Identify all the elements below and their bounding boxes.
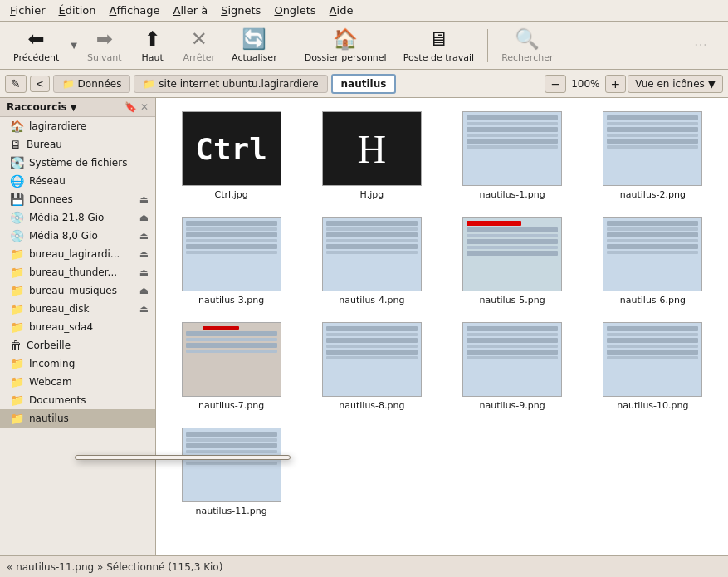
toolbar-separator-1 [291, 29, 291, 62]
btn-rechercher[interactable]: 🔍 Rechercher [495, 24, 559, 66]
sidebar-item-icon-2: 💽 [10, 156, 24, 169]
menu-onglets[interactable]: Onglets [267, 2, 322, 18]
file-item-4[interactable]: nautilus-3.png [164, 212, 298, 311]
sidebar-item-icon-15: 📁 [10, 394, 24, 407]
sidebar-close-icon[interactable]: ✕ [140, 101, 149, 113]
eject-icon-8[interactable]: ⏏ [139, 266, 149, 278]
btn-suivant[interactable]: ➡ Suivant [81, 24, 129, 66]
btn-haut[interactable]: ⬆ Haut [132, 24, 173, 66]
sidebar-item-label-3: Réseau [29, 175, 66, 187]
back-icon: ⬅ [28, 27, 45, 51]
sidebar-item-9[interactable]: 📁 bureau_musiques ⏏ [0, 281, 155, 300]
sidebar-item-3[interactable]: 🌐 Réseau [0, 172, 155, 190]
eject-icon-5[interactable]: ⏏ [139, 212, 149, 223]
file-thumb-10 [462, 322, 562, 397]
eject-icon-7[interactable]: ⏏ [139, 248, 149, 260]
menu-aide[interactable]: Aide [323, 2, 360, 18]
sidebar-item-6[interactable]: 💿 Média 8,0 Gio ⏏ [0, 227, 155, 245]
btn-dossier[interactable]: 🏠 Dossier personnel [298, 24, 393, 66]
sidebar-item-14[interactable]: 📁 Webcam [0, 373, 155, 391]
file-item-8[interactable]: nautilus-7.png [164, 317, 298, 416]
extra-icon: ⋯ [694, 37, 707, 52]
zoom-in-btn[interactable]: + [605, 75, 627, 93]
sidebar-bookmark-icon[interactable]: 🔖 [125, 101, 137, 113]
menu-aller[interactable]: Aller à [167, 2, 215, 18]
sidebar-item-label-8: bureau_thunder... [29, 266, 117, 278]
sidebar-item-11[interactable]: 📁 bureau_sda4 [0, 318, 155, 336]
file-thumb-7 [603, 217, 702, 291]
file-item-5[interactable]: nautilus-4.png [305, 212, 438, 311]
sidebar-item-15[interactable]: 📁 Documents [0, 391, 155, 409]
file-thumb-2 [462, 111, 562, 186]
computer-icon: 🖥 [428, 27, 448, 51]
file-item-9[interactable]: nautilus-8.png [305, 317, 438, 416]
sidebar-item-1[interactable]: 🖥 Bureau [0, 135, 155, 154]
edit-path-btn[interactable]: ✎ [5, 75, 27, 93]
sidebar-item-7[interactable]: 📁 bureau_lagirardi... ⏏ [0, 245, 155, 263]
btn-suivant-label: Suivant [87, 52, 122, 63]
sidebar-item-icon-7: 📁 [10, 247, 24, 261]
sidebar-item-icon-3: 🌐 [10, 174, 24, 188]
sidebar-item-icon-14: 📁 [10, 375, 24, 389]
search-icon: 🔍 [515, 27, 540, 51]
file-item-7[interactable]: nautilus-6.png [586, 212, 720, 311]
file-area[interactable]: Ctrl Ctrl.jpg H H.jpg nautilus-1.png nau… [156, 98, 728, 555]
btn-actualiser[interactable]: 🔄 Actualiser [225, 24, 284, 66]
file-item-1[interactable]: H H.jpg [305, 106, 438, 205]
sidebar-item-4[interactable]: 💾 Donnees ⏏ [0, 190, 155, 208]
crumb-nautilus[interactable]: nautilus [331, 74, 397, 94]
crumb-donnees[interactable]: 📁 Données [53, 75, 131, 93]
sidebar-item-label-4: Donnees [29, 193, 73, 205]
sidebar-item-8[interactable]: 📁 bureau_thunder... ⏏ [0, 263, 155, 281]
crumb-donnees-label: 📁 Données [62, 78, 122, 90]
crumb-site[interactable]: 📁 site internet ubuntu.lagirardiere [134, 75, 327, 93]
file-item-6[interactable]: nautilus-5.png [446, 212, 579, 311]
btn-arreter[interactable]: ✕ Arrêter [177, 24, 222, 66]
menu-fichier[interactable]: Fichier [3, 2, 52, 18]
file-thumb-1: H [322, 111, 422, 186]
sidebar-item-13[interactable]: 📁 Incoming [0, 355, 155, 373]
status-bar: « nautilus-11.png » Sélectionné (115,3 K… [0, 555, 728, 577]
file-item-12[interactable]: nautilus-11.png [164, 423, 298, 521]
crumb-site-label: 📁 site internet ubuntu.lagirardiere [143, 78, 318, 90]
context-menu [75, 455, 291, 460]
file-item-2[interactable]: nautilus-1.png [446, 106, 579, 205]
menu-affichage[interactable]: Affichage [102, 2, 166, 18]
btn-poste[interactable]: 🖥 Poste de travail [397, 24, 481, 66]
loc-back-btn[interactable]: < [30, 76, 50, 92]
file-item-3[interactable]: nautilus-2.png [586, 106, 720, 205]
sidebar-item-12[interactable]: 🗑 Corbeille [0, 336, 155, 355]
zoom-out-btn[interactable]: − [545, 75, 566, 93]
menu-edition[interactable]: Édition [52, 2, 103, 18]
eject-icon-4[interactable]: ⏏ [139, 193, 149, 205]
sidebar-item-5[interactable]: 💿 Média 21,8 Gio ⏏ [0, 208, 155, 227]
sidebar: Raccourcis ▼ 🔖 ✕ 🏠 lagirardiere 🖥 Bureau… [0, 98, 156, 555]
sidebar-item-0[interactable]: 🏠 lagirardiere [0, 117, 155, 135]
file-item-11[interactable]: nautilus-10.png [586, 317, 720, 416]
eject-icon-6[interactable]: ⏏ [139, 230, 149, 242]
file-name-1: H.jpg [360, 189, 384, 200]
file-item-0[interactable]: Ctrl Ctrl.jpg [164, 106, 298, 205]
sidebar-item-10[interactable]: 📁 bureau_disk ⏏ [0, 300, 155, 318]
file-name-9: nautilus-8.png [339, 400, 404, 411]
view-chevron-icon: ▼ [708, 78, 716, 90]
sidebar-item-icon-8: 📁 [10, 266, 24, 279]
sidebar-item-icon-10: 📁 [10, 302, 24, 315]
menu-signets[interactable]: Signets [214, 2, 267, 18]
view-toggle-btn[interactable]: Vue en icônes ▼ [628, 75, 723, 93]
home-icon: 🏠 [333, 27, 358, 51]
file-item-10[interactable]: nautilus-9.png [446, 317, 579, 416]
btn-precedent[interactable]: ⬅ Précédent [7, 24, 66, 66]
location-bar: ✎ < 📁 Données 📁 site internet ubuntu.lag… [0, 70, 728, 98]
eject-icon-9[interactable]: ⏏ [139, 285, 149, 296]
btn-precedent-arrow[interactable]: ▼ [71, 41, 77, 50]
sidebar-item-label-1: Bureau [27, 139, 62, 150]
sidebar-item-16[interactable]: 📁 nautilus [0, 409, 155, 428]
sidebar-item-2[interactable]: 💽 Système de fichiers [0, 154, 155, 172]
eject-icon-10[interactable]: ⏏ [139, 303, 149, 315]
file-thumb-12 [182, 428, 281, 502]
btn-extra[interactable]: ⋯ [680, 33, 721, 57]
btn-poste-label: Poste de travail [403, 52, 474, 63]
sidebar-item-icon-5: 💿 [10, 211, 24, 224]
up-icon: ⬆ [144, 27, 161, 51]
